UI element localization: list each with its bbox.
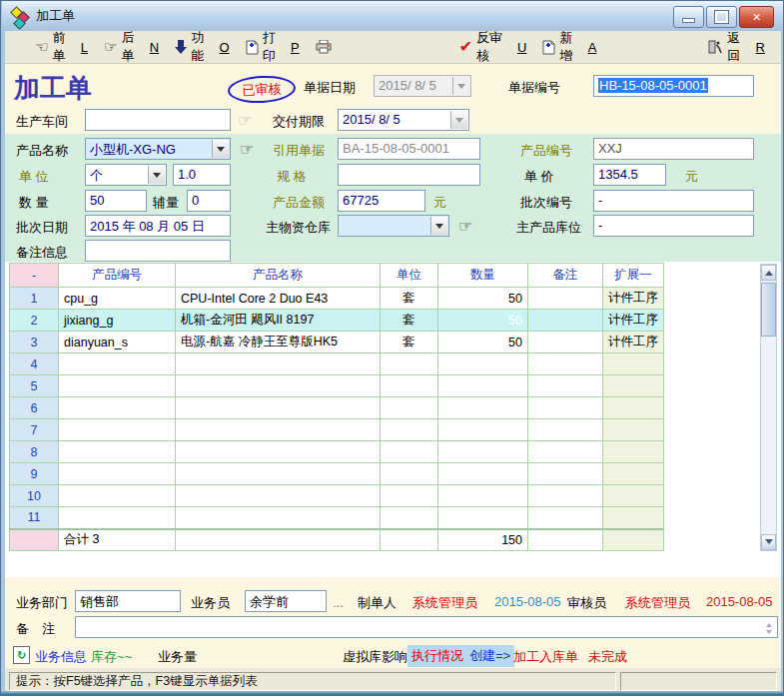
doc-date-combo[interactable]: 2015/ 8/ 5 [374,75,471,97]
biz-info-link[interactable]: 业务信息 [35,648,87,666]
table-cell[interactable] [528,353,603,375]
table-cell[interactable] [603,375,664,397]
warehouse-dropdown-button[interactable] [430,217,447,235]
spec-input[interactable] [338,164,480,186]
table-cell[interactable] [176,485,381,507]
table-cell[interactable] [438,463,528,485]
table-cell[interactable] [176,397,381,419]
table-cell[interactable] [438,397,528,419]
deadline-combo[interactable]: 2015/ 8/ 5 [338,109,469,131]
table-cell[interactable] [59,353,176,375]
table-cell[interactable]: 套 [381,332,438,353]
deadline-dropdown-button[interactable] [450,111,467,129]
table-cell[interactable] [603,507,664,529]
table-cell[interactable] [176,353,381,375]
printer-quick-button[interactable] [316,40,332,54]
table-cell[interactable] [381,419,438,441]
table-cell[interactable]: 计件工序 [603,288,664,310]
prev-doc-button[interactable]: ☜ 前单L [35,29,88,65]
table-cell[interactable] [381,375,438,397]
table-cell[interactable]: 计件工序 [603,310,664,332]
return-button[interactable]: 返回R [708,29,765,65]
table-cell[interactable] [438,485,528,507]
warehouse-combo[interactable] [338,215,449,237]
maximize-button[interactable] [706,6,737,28]
warehouse-picker-hand-icon[interactable]: ☞ [458,217,472,236]
unit-dropdown-button[interactable] [148,166,165,184]
table-cell[interactable] [59,397,176,419]
table-cell[interactable] [176,419,381,441]
column-header[interactable]: - [10,264,59,288]
table-cell[interactable] [603,397,664,419]
column-header[interactable]: 产品名称 [176,264,381,288]
doc-date-dropdown-button[interactable] [452,77,469,95]
table-cell[interactable] [176,463,381,485]
create-button[interactable]: 创建=> [465,645,514,667]
minimize-button[interactable] [673,6,704,28]
table-cell[interactable]: jixiang_g [59,310,176,332]
doc-no-input[interactable]: HB-15-08-05-0001 [593,75,754,97]
refresh-doc-icon[interactable]: ↻ [13,646,30,664]
table-scrollbar[interactable] [760,264,777,551]
table-cell[interactable] [176,507,381,529]
product-name-dropdown-button[interactable] [212,140,229,158]
dept-input[interactable]: 销售部 [75,590,181,612]
table-cell[interactable] [438,507,528,529]
table-cell[interactable] [59,419,176,441]
table-cell[interactable] [528,332,603,353]
salesman-input[interactable]: 余学前 [245,590,327,612]
function-menu-button[interactable]: 功能O [175,29,229,65]
table-cell[interactable] [603,463,664,485]
table-cell[interactable] [528,397,603,419]
table-cell[interactable]: 机箱-金河田 飓风II 8197 [176,310,381,332]
scrollbar-thumb[interactable] [761,283,776,337]
table-cell[interactable]: CPU-Intel Core 2 Duo E43 [176,288,381,310]
table-cell[interactable] [381,441,438,463]
exec-status-button[interactable]: 执行情况 [407,645,467,667]
product-code-input[interactable]: XXJ [593,138,754,160]
table-cell[interactable] [528,441,603,463]
note-scroll-down-icon[interactable] [763,628,774,638]
column-header[interactable]: 备注 [528,264,603,288]
table-cell[interactable] [438,353,528,375]
table-cell[interactable] [176,441,381,463]
table-cell[interactable] [603,353,664,375]
table-cell[interactable] [381,485,438,507]
table-cell[interactable]: 套 [381,310,438,332]
product-picker-hand-icon[interactable]: ☞ [240,140,254,159]
remark-input[interactable] [85,240,231,262]
inbound-doc-link[interactable]: 加工入库单 [513,648,578,666]
unit-ratio-input[interactable]: 1.0 [173,164,231,186]
table-cell[interactable] [528,485,603,507]
table-cell[interactable]: 50 [438,332,528,353]
table-cell[interactable] [603,419,664,441]
table-cell[interactable] [59,463,176,485]
table-cell[interactable] [59,441,176,463]
product-name-combo[interactable]: 小型机-XG-NG [85,138,231,160]
column-header[interactable]: 数量 [438,264,528,288]
table-cell[interactable] [438,441,528,463]
amount-input[interactable]: 67725 [338,190,425,212]
table-cell[interactable] [528,310,603,332]
column-header[interactable]: 单位 [381,264,438,288]
table-cell[interactable] [603,485,664,507]
note-input[interactable] [75,616,778,638]
table-cell[interactable]: cpu_g [59,288,176,310]
unit-combo[interactable]: 个 [85,164,167,186]
column-header[interactable]: 扩展一 [603,264,664,288]
add-new-button[interactable]: 新增A [542,29,596,65]
scroll-up-button[interactable] [761,265,776,281]
table-cell[interactable] [381,353,438,375]
table-cell[interactable] [59,485,176,507]
ref-doc-input[interactable]: BA-15-08-05-0001 [338,138,480,160]
table-cell[interactable]: 计件工序 [603,332,664,353]
table-cell[interactable] [59,375,176,397]
table-cell[interactable] [528,419,603,441]
table-cell[interactable] [381,507,438,529]
stock-link[interactable]: 库存~~ [91,648,132,666]
note-scroll-up-icon[interactable] [763,618,774,628]
table-cell[interactable]: 套 [381,288,438,310]
table-cell[interactable]: dianyuan_s [59,332,176,353]
table-cell[interactable]: 50 [438,310,528,332]
qty-input[interactable]: 50 [85,190,147,212]
